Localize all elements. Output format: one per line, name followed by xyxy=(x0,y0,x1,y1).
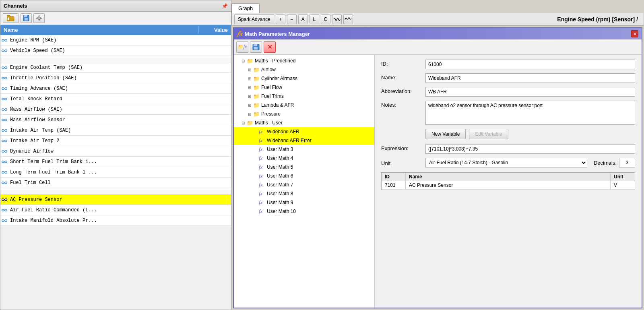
right-panel: Graph Spark Advance + − A L C Engine Spe… xyxy=(231,0,644,310)
channel-row[interactable]: Dynamic Airflow xyxy=(0,146,231,157)
new-variable-button[interactable]: New Variable xyxy=(425,129,466,139)
tree-item[interactable]: fxUser Math 9 xyxy=(234,198,374,207)
channel-row[interactable]: Short Term Fuel Trim Bank 1... xyxy=(0,157,231,167)
open-math-button[interactable]: 📁 fx xyxy=(236,41,248,53)
channel-row[interactable]: Intake Air Temp 2 xyxy=(0,136,231,146)
tree-label: Maths - Predefined xyxy=(255,58,295,64)
tree-item[interactable]: fxWideband AFR Error xyxy=(234,136,374,145)
tree-item[interactable]: fxUser Math 7 xyxy=(234,180,374,189)
delete-math-button[interactable]: ✕ xyxy=(264,41,276,53)
channel-row[interactable]: Mass Airflow (SAE) xyxy=(0,104,231,115)
fx-icon: fx xyxy=(259,137,265,144)
tree-item[interactable]: fxWideband AFR xyxy=(234,127,374,136)
tree-label: User Math 6 xyxy=(267,173,293,179)
channel-row[interactable]: Fuel Trim Cell xyxy=(0,178,231,188)
save-math-button[interactable] xyxy=(250,41,262,53)
tree-item[interactable]: ⊞📁Pressure xyxy=(234,110,374,118)
save-button[interactable] xyxy=(21,13,32,23)
abbreviation-row: Abbreviation: xyxy=(381,87,635,97)
col-name-header: Name xyxy=(0,26,199,34)
decimals-label: Decimals: xyxy=(594,160,617,166)
channel-name: Short Term Fuel Trim Bank 1... xyxy=(8,159,199,165)
tree-item[interactable]: ⊞📁Lambda & AFR xyxy=(234,101,374,110)
tree-label: User Math 3 xyxy=(267,147,293,152)
minus-button[interactable]: − xyxy=(287,14,297,24)
tree-toggle-icon: ⊞ xyxy=(247,93,252,99)
a-button[interactable]: A xyxy=(298,14,308,24)
tree-item[interactable]: ⊞📁Airflow xyxy=(234,65,374,74)
channel-row[interactable]: Vehicle Speed (SAE) xyxy=(0,45,231,56)
settings-button[interactable] xyxy=(33,13,45,23)
tree-item[interactable]: fxUser Math 5 xyxy=(234,163,374,172)
svg-rect-14 xyxy=(254,47,258,50)
folder-icon: 📁 xyxy=(253,102,260,108)
channel-row[interactable]: Engine Coolant Temp (SAE) xyxy=(0,62,231,73)
tree-toggle-icon: ⊟ xyxy=(240,58,246,64)
edit-variable-button[interactable]: Edit Variable xyxy=(469,129,508,139)
unit-select[interactable]: Air-Fuel Ratio (14.7 Stoich) - Gasolin xyxy=(425,158,587,167)
fx-icon: fx xyxy=(259,155,265,161)
tree-item[interactable]: ⊟📁Maths - User xyxy=(234,118,374,127)
folder-icon: 📁 xyxy=(253,67,260,73)
channel-icon xyxy=(0,128,8,132)
open-folder-button[interactable] xyxy=(3,13,19,23)
tree-item[interactable]: fxUser Math 4 xyxy=(234,154,374,163)
wave1-button[interactable] xyxy=(332,14,342,24)
tree-label: Lambda & AFR xyxy=(261,102,294,108)
math-dialog-titlebar: 𝑓𝑥 Math Parameters Manager ✕ xyxy=(234,28,642,39)
tree-label: User Math 8 xyxy=(267,191,293,196)
channel-row[interactable]: Engine RPM (SAE) xyxy=(0,35,231,45)
channel-row[interactable]: Intake Air Temp (SAE) xyxy=(0,125,231,136)
math-dialog-close-button[interactable]: ✕ xyxy=(631,30,638,37)
tree-item[interactable]: ⊟📁Maths - Predefined xyxy=(234,56,374,65)
channel-row[interactable]: Mass Airflow Sensor xyxy=(0,115,231,125)
channel-name: Intake Air Temp 2 xyxy=(8,138,199,144)
tree-item[interactable]: ⊞📁Fuel Flow xyxy=(234,83,374,92)
channel-row[interactable]: Total Knock Retard xyxy=(0,94,231,104)
expression-input[interactable] xyxy=(425,144,635,154)
tree-item[interactable]: fxUser Math 10 xyxy=(234,207,374,216)
channel-name: Intake Manifold Absolute Pr... xyxy=(8,218,199,223)
channel-row[interactable]: Long Term Fuel Trim Bank 1 ... xyxy=(0,167,231,178)
channel-name: Air-Fuel Ratio Commanded (L... xyxy=(8,207,199,213)
fx-icon: fx xyxy=(259,128,265,135)
channels-titlebar: Channels 📌 xyxy=(0,0,231,12)
l-button[interactable]: L xyxy=(310,14,319,24)
channel-icon xyxy=(0,38,8,42)
tree-item[interactable]: ⊞📁Cylinder Airmass xyxy=(234,74,374,83)
svg-point-7 xyxy=(38,17,40,19)
c-button[interactable]: C xyxy=(321,14,330,24)
plus-button[interactable]: + xyxy=(276,14,285,24)
notes-row: Notes: xyxy=(381,101,635,125)
tree-item[interactable]: fxUser Math 8 xyxy=(234,189,374,198)
notes-textarea[interactable] xyxy=(425,101,635,125)
fx-icon: fx xyxy=(259,199,265,206)
unit-label: Unit xyxy=(381,159,425,166)
channel-row[interactable]: Throttle Position (SAE) xyxy=(0,73,231,83)
id-input[interactable] xyxy=(425,60,635,69)
channel-icon xyxy=(0,49,8,53)
channel-row[interactable]: AC Pressure Sensor xyxy=(0,194,231,205)
vars-cell-unit: V xyxy=(611,181,635,189)
channel-name: Fuel Trim Cell xyxy=(8,180,199,186)
abbreviation-input[interactable] xyxy=(425,87,635,97)
tree-item[interactable]: fxUser Math 6 xyxy=(234,172,374,180)
tree-label: User Math 4 xyxy=(267,155,293,161)
math-dialog: 𝑓𝑥 Math Parameters Manager ✕ 📁 fx ✕ xyxy=(233,27,642,308)
wave2-button[interactable] xyxy=(343,14,353,24)
channel-icon xyxy=(0,76,8,80)
decimals-input[interactable] xyxy=(619,158,635,167)
spark-advance-button[interactable]: Spark Advance xyxy=(234,14,274,24)
vars-row[interactable]: 7101AC Pressure SensorV xyxy=(382,181,635,190)
graph-tab[interactable]: Graph xyxy=(231,3,260,13)
svg-rect-8 xyxy=(39,15,39,16)
name-label: Name: xyxy=(381,73,425,81)
channel-row[interactable]: Intake Manifold Absolute Pr... xyxy=(0,215,231,226)
tree-item[interactable]: ⊞📁Fuel Trims xyxy=(234,92,374,101)
name-input[interactable] xyxy=(425,73,635,83)
col-value-header: Value xyxy=(199,26,231,34)
channel-row[interactable]: Timing Advance (SAE) xyxy=(0,83,231,94)
tree-label: User Math 5 xyxy=(267,164,293,170)
channel-row[interactable]: Air-Fuel Ratio Commanded (L... xyxy=(0,205,231,215)
tree-item[interactable]: fxUser Math 3 xyxy=(234,145,374,154)
